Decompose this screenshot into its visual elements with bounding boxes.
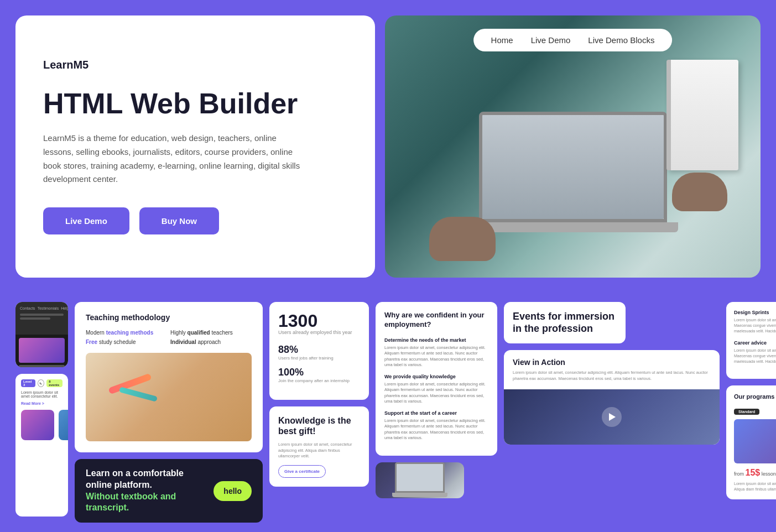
view-action-top: View in Action Lorem ipsum dolor sit ame… <box>504 350 720 389</box>
laptop-img-bg <box>376 462 464 498</box>
nav-home[interactable]: Home <box>491 35 513 45</box>
why-section-3-title: Support at the start of a career <box>384 410 488 416</box>
pencil-2 <box>119 387 158 402</box>
give-certificate-button[interactable]: Give a certificate <box>278 465 326 478</box>
play-icon <box>609 413 616 421</box>
play-button[interactable] <box>602 407 622 427</box>
live-demo-button[interactable]: Live Demo <box>43 207 129 234</box>
nav-live-demo[interactable]: Live Demo <box>531 35 571 45</box>
programs-card: Our programs and Standard from 15$ lesso… <box>726 385 776 500</box>
why-section-1-title: Determine the needs of the market <box>384 337 488 343</box>
teaching-card: Teaching methodology Modern teaching met… <box>75 302 263 452</box>
laptop-base <box>468 222 678 232</box>
knowledge-heading: Knowledge is the best gift! <box>278 415 360 436</box>
level-badges: Level 3 ✎ 8 events <box>21 379 63 387</box>
knowledge-text: Lorem ipsum dolor sit amet, consectetur … <box>278 442 360 460</box>
price-from-text: from <box>734 471 744 477</box>
mini-img-2 <box>59 410 68 440</box>
program-desc: Lorem ipsum dolor sit amet, consectetur … <box>734 481 776 492</box>
contacts-nav-contacts: Contacts <box>20 306 35 310</box>
buy-now-button[interactable]: Buy Now <box>139 207 219 234</box>
level-badge: Level 3 <box>21 379 35 387</box>
why-stack: Why are we confident in your employment?… <box>376 302 497 517</box>
standard-badge: Standard <box>734 409 759 415</box>
read-more-link[interactable]: Read More > <box>21 401 63 405</box>
stat-percent-1: 88% <box>278 344 360 356</box>
platform-card: Learn on a comfortable online platform. … <box>75 459 263 523</box>
contacts-top: Contacts Testimonials Help <box>15 302 68 335</box>
view-action-heading: View in Action <box>513 358 711 367</box>
events-stack: Events for immersion in the profession V… <box>504 302 720 517</box>
design-stack: Design Sprints Lorem ipsum dolor sit ame… <box>726 302 776 517</box>
view-action-card: View in Action Lorem ipsum dolor sit ame… <box>504 350 720 445</box>
mini-images-row <box>21 410 63 440</box>
preview-strip: Contacts Testimonials Help Level 3 ✎ 8 e… <box>0 293 776 532</box>
why-section-3: Support at the start of a career Lorem i… <box>384 410 488 441</box>
why-card: Why are we confident in your employment?… <box>376 302 497 456</box>
mini-img-1 <box>21 410 54 440</box>
level-card: Level 3 ✎ 8 events Lorem ipsum dolor sit… <box>15 374 68 517</box>
view-action-image <box>504 389 720 445</box>
teaching-grid: Modern teaching methods Highly qualified… <box>86 330 252 345</box>
program-image <box>734 419 776 463</box>
platform-subheading: Without textbook and transcript. <box>86 492 176 513</box>
hello-bubble: hello <box>213 481 252 501</box>
contacts-nav-help: Help <box>61 306 68 310</box>
hero-buttons: Live Demo Buy Now <box>43 207 347 234</box>
teaching-item-3: Free study schedule <box>86 339 167 345</box>
price-suffix: lesson <box>762 471 776 477</box>
stat-desc-1: Users find jobs after training <box>278 356 360 361</box>
stat-desc-2: Join the company after an internship <box>278 378 360 384</box>
knowledge-card: Knowledge is the best gift! Lorem ipsum … <box>269 406 369 487</box>
contacts-nav: Contacts Testimonials Help <box>20 306 64 310</box>
design-heading: Design Sprints <box>734 310 776 315</box>
hero-description: LearnM5 is a theme for education, web de… <box>43 132 309 186</box>
hero-nav: Home Live Demo Live Demo Blocks <box>473 29 673 51</box>
teaching-item-4: Individual approach <box>170 339 252 345</box>
events-card: Events for immersion in the profession <box>504 302 626 343</box>
hero-section: LearnM5 HTML Web Builder LearnM5 is a th… <box>0 0 776 293</box>
why-section-1: Determine the needs of the market Lorem … <box>384 337 488 368</box>
why-section-1-text: Lorem ipsum dolor sit amet, consectetur … <box>384 345 488 368</box>
why-section-2: We provide quality knowledge Lorem ipsum… <box>384 374 488 405</box>
contacts-card: Contacts Testimonials Help <box>15 302 68 367</box>
career-heading: Career advice <box>734 340 776 346</box>
hand-right-decoration <box>672 173 727 211</box>
stat-row-2: 100% Join the company after an internshi… <box>278 367 360 384</box>
events-badge: 8 events <box>46 379 63 387</box>
why-section-3-text: Lorem ipsum dolor sit amet, consectetur … <box>384 418 488 441</box>
career-text: Lorem ipsum dolor sit amet, consectetur … <box>734 348 776 364</box>
stats-card: 1300 Users already employed this year 88… <box>269 302 369 400</box>
teaching-heading: Teaching methodology <box>86 313 252 322</box>
mini-line-3 <box>19 365 65 367</box>
why-section-2-text: Lorem ipsum dolor sit amet, consectetur … <box>384 382 488 405</box>
design-section-1: Design Sprints Lorem ipsum dolor sit ame… <box>734 310 776 333</box>
stats-number: 1300 <box>278 312 360 330</box>
teaching-item-1: Modern teaching methods <box>86 330 167 336</box>
mini-line-2 <box>20 317 50 320</box>
laptop-image-card <box>376 462 464 498</box>
hero-image <box>385 15 761 278</box>
laptop-decoration <box>468 112 678 244</box>
why-section-2-title: We provide quality knowledge <box>384 374 488 379</box>
programs-heading: Our programs and <box>734 393 776 400</box>
hero-right-panel: Home Live Demo Live Demo Blocks <box>385 15 761 278</box>
design-text: Lorem ipsum dolor sit amet, consectetur … <box>734 317 776 333</box>
stat-percent-2: 100% <box>278 367 360 378</box>
nav-live-demo-blocks[interactable]: Live Demo Blocks <box>588 35 654 45</box>
contacts-image <box>19 338 65 363</box>
mini-laptop <box>392 462 447 498</box>
hero-title: HTML Web Builder <box>43 88 347 119</box>
laptop-screen-inner <box>482 115 664 219</box>
contacts-stack: Contacts Testimonials Help Level 3 ✎ 8 e… <box>15 302 68 517</box>
hand-left-decoration <box>429 217 496 261</box>
view-action-text: Lorem ipsum dolor sit amet, consectetur … <box>513 370 711 382</box>
laptop-screen <box>479 112 667 222</box>
teaching-stack: Teaching methodology Modern teaching met… <box>75 302 263 517</box>
design-section-2: Career advice Lorem ipsum dolor sit amet… <box>734 340 776 364</box>
book-decoration <box>666 60 738 170</box>
edit-icon: ✎ <box>38 379 44 387</box>
events-heading: Events for immersion in the profession <box>513 311 617 335</box>
teaching-image <box>86 353 252 441</box>
stats-stack: 1300 Users already employed this year 88… <box>269 302 369 517</box>
